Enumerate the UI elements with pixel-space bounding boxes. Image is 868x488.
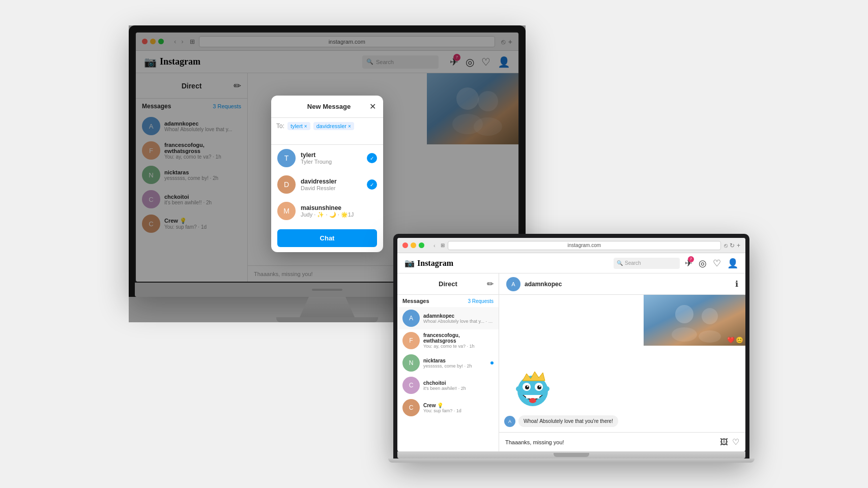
laptop-notch — [554, 453, 589, 457]
imac-modal-contact-name-3: maisunshinee — [301, 204, 377, 211]
laptop-conv-avatar-2: F — [402, 332, 420, 349]
imac-modal-check-2: ✓ — [367, 179, 377, 190]
laptop-conversation-5[interactable]: C Crew 💡 You: sup fam? · 1d — [397, 396, 499, 419]
imac-modal-contact-2[interactable]: D davidressler David Ressler ✓ — [271, 171, 383, 198]
laptop-conv-content-5: Crew 💡 You: sup fam? · 1d — [423, 403, 494, 413]
laptop-sidebar-title: Direct — [439, 280, 457, 288]
svg-point-21 — [529, 398, 536, 403]
svg-point-23 — [544, 386, 549, 391]
laptop-bottom-bezel — [397, 451, 745, 459]
svg-rect-18 — [526, 395, 529, 399]
laptop-conv-preview-4: it's been awhile!! · 2h — [423, 386, 494, 391]
laptop-conversation-2[interactable]: F francescofogu, ewthatsgross You: ay, c… — [397, 329, 499, 352]
laptop-ig-nav: 📷 Instagram 🔍 Search ✈ 7 ◎ ♡ — [397, 253, 745, 273]
svg-rect-20 — [536, 395, 539, 399]
imac-modal-chat-button-label: Chat — [320, 234, 335, 242]
laptop-requests-button[interactable]: 3 Requests — [468, 298, 494, 304]
laptop-tab-icon[interactable]: ⊞ — [441, 242, 445, 248]
laptop-fullscreen-tl[interactable] — [419, 242, 424, 248]
laptop-address-bar[interactable]: instagram.com — [448, 241, 721, 250]
imac-modal-to-row: To: tylert × davidressler × — [271, 118, 383, 145]
laptop-close-tl[interactable] — [402, 242, 408, 248]
laptop-refresh-icon[interactable]: ↻ — [730, 242, 735, 249]
laptop-conv-name-4: chchoitoi — [423, 380, 494, 386]
imac-modal-contact-avatar-3: M — [277, 202, 296, 220]
laptop-ig-nav-icons: ✈ 7 ◎ ♡ 👤 — [685, 258, 738, 269]
laptop-compose-button[interactable]: ✏ — [487, 279, 494, 289]
laptop-profile-icon[interactable]: 👤 — [727, 258, 738, 269]
laptop-input-icons: 🖼 ♡ — [720, 437, 739, 447]
imac-modal-contact-1[interactable]: T tylert Tyler Troung ✓ — [271, 145, 383, 171]
imac-tag-davidressler: davidressler × — [313, 122, 354, 130]
laptop-conv-content-4: chchoitoi it's been awhile!! · 2h — [423, 380, 494, 391]
laptop-ig-logo: 📷 Instagram — [404, 258, 453, 268]
laptop-chat-header: A adamnkopec ℹ — [499, 273, 745, 295]
laptop-chat-photo: ❤️ 😊 — [644, 295, 745, 346]
imac-modal-contact-name-1: tylert — [301, 151, 362, 159]
svg-point-16 — [527, 386, 529, 387]
laptop-sticker-container — [512, 369, 740, 411]
imac-modal-search-input[interactable] — [276, 133, 302, 140]
laptop-conversation-1[interactable]: A adamnkopec Whoa! Absolutely love that … — [397, 307, 499, 329]
laptop-browser-nav: ‹ — [431, 241, 438, 250]
laptop-chat-username: adamnkopec — [525, 281, 562, 288]
laptop-chat-info-icon[interactable]: ℹ — [735, 279, 738, 289]
laptop-conversation-3[interactable]: N nicktaras yessssss, come by! · 2h — [397, 352, 499, 374]
laptop-browser-actions: ⎋ ↻ + — [724, 242, 740, 249]
svg-point-22 — [516, 386, 521, 391]
laptop-heart-icon[interactable]: ♡ — [713, 258, 721, 269]
laptop-heart-input-icon[interactable]: ♡ — [732, 437, 739, 447]
laptop-search-icon: 🔍 — [617, 260, 623, 266]
laptop-chat-user-avatar: A — [506, 277, 520, 291]
laptop-logo-text: Instagram — [417, 259, 453, 268]
laptop-main-content: A adamnkopec ℹ — [499, 273, 745, 451]
laptop-ig-search[interactable]: 🔍 Search — [614, 258, 680, 269]
laptop-screen-outer: ‹ ⊞ instagram.com ⎋ ↻ + 📷 — [393, 234, 749, 459]
imac-modal-contact-avatar-2: D — [277, 175, 296, 194]
laptop-image-icon[interactable]: 🖼 — [720, 438, 728, 447]
scene: ‹ › ⊞ instagram.com ⎋ + — [129, 25, 739, 463]
imac-modal-contact-handle-3: Judy · ✨ · 🌙 · 🌟1J — [301, 211, 377, 218]
svg-point-6 — [675, 305, 693, 323]
laptop-dm-page: Direct ✏ Messages 3 Requests A adamnkope… — [397, 273, 745, 451]
laptop-bubble-text: Whoa! Absolutely love that you're there! — [518, 415, 618, 427]
laptop-search-placeholder: Search — [625, 260, 641, 266]
svg-point-7 — [702, 308, 718, 324]
imac-tag-davidressler-remove[interactable]: × — [348, 124, 351, 129]
laptop-traffic-lights — [402, 242, 424, 248]
imac-modal-check-1: ✓ — [367, 153, 377, 163]
imac-modal-title: New Message — [288, 103, 369, 110]
imac-modal-contact-3[interactable]: M maisunshinee Judy · ✨ · 🌙 · 🌟1J — [271, 198, 383, 224]
laptop-plus-icon[interactable]: + — [737, 242, 740, 249]
laptop-browser-chrome: ‹ ⊞ instagram.com ⎋ ↻ + — [397, 238, 745, 253]
imac-new-message-modal: New Message ✕ To: tylert × — [271, 96, 383, 252]
imac-modal-to-label: To: — [276, 123, 284, 130]
laptop-chat-body: ❤️ 😊 — [499, 295, 745, 432]
laptop-direct-badge: 7 — [688, 256, 694, 262]
laptop-direct-icon[interactable]: ✈ 7 — [685, 258, 692, 269]
laptop-minimize-tl[interactable] — [411, 242, 416, 248]
laptop-messages-header: Messages 3 Requests — [397, 295, 499, 307]
laptop-monster-sticker — [512, 369, 553, 409]
laptop-base — [388, 459, 755, 463]
laptop-explore-icon[interactable]: ◎ — [699, 258, 707, 269]
laptop-conversation-4[interactable]: C chchoitoi it's been awhile!! · 2h — [397, 374, 499, 396]
imac-modal-header: New Message ✕ — [271, 96, 383, 118]
laptop-messages-label: Messages — [402, 298, 429, 304]
laptop-conv-name-3: nicktaras — [423, 358, 487, 363]
imac-tag-tylert-remove[interactable]: × — [304, 124, 307, 129]
laptop-share-icon[interactable]: ⎋ — [724, 242, 728, 249]
imac-tag-davidressler-label: davidressler — [316, 123, 346, 129]
laptop-conv-content-1: adamnkopec Whoa! Absolutely love that y.… — [423, 313, 494, 324]
imac-modal-close-button[interactable]: ✕ — [369, 102, 376, 111]
imac-modal-contact-list: T tylert Tyler Troung ✓ D — [271, 145, 383, 224]
imac-modal-contact-info-3: maisunshinee Judy · ✨ · 🌙 · 🌟1J — [301, 204, 377, 218]
imac-modal-chat-button[interactable]: Chat — [277, 229, 377, 247]
laptop-back-button[interactable]: ‹ — [431, 241, 438, 250]
laptop-message-input[interactable] — [505, 439, 716, 445]
laptop-conv-content-2: francescofogu, ewthatsgross You: ay, com… — [423, 332, 494, 349]
imac-modal-contact-name-2: davidressler — [301, 178, 362, 185]
laptop-conv-avatar-4: C — [402, 377, 420, 394]
laptop-conv-name-1: adamnkopec — [423, 313, 494, 319]
laptop-conv-content-3: nicktaras yessssss, come by! · 2h — [423, 358, 487, 369]
